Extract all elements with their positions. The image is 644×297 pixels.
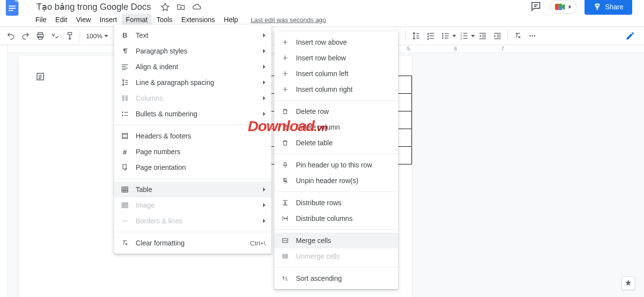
table-insert-row-above[interactable]: Insert row above [274, 34, 398, 50]
distribute-columns-icon [280, 215, 290, 222]
distribute-rows-icon [280, 199, 290, 206]
svg-rect-44 [124, 115, 128, 116]
table-sort-ascending[interactable]: Sort ascending [274, 270, 398, 286]
svg-rect-0 [9, 5, 16, 6]
svg-point-42 [122, 115, 123, 116]
svg-rect-15 [445, 35, 449, 36]
trash-icon [280, 108, 290, 115]
svg-rect-37 [122, 68, 128, 68]
svg-point-31 [529, 35, 531, 37]
menu-extensions[interactable]: Extensions [177, 14, 219, 26]
format-line-spacing[interactable]: Line & paragraph spacing [114, 75, 271, 90]
paragraph-icon [120, 47, 130, 55]
table-delete-column[interactable]: Delete column [274, 119, 398, 135]
image-icon [120, 201, 130, 209]
svg-text:3: 3 [461, 37, 462, 40]
svg-point-41 [122, 111, 123, 113]
move-icon[interactable] [176, 2, 185, 11]
svg-point-11 [442, 33, 444, 34]
header-footer-icon [120, 132, 130, 140]
format-menu: B Text Paragraph styles Align & indent L… [114, 25, 271, 254]
table-delete-table[interactable]: Delete table [274, 135, 398, 151]
cloud-icon[interactable] [192, 2, 201, 11]
menu-format[interactable]: Format [122, 14, 151, 26]
table-delete-row[interactable]: Delete row [274, 104, 398, 119]
comments-icon[interactable] [530, 0, 542, 14]
editing-mode-button[interactable] [622, 28, 638, 44]
more-button[interactable] [526, 29, 539, 43]
star-icon[interactable] [161, 2, 170, 11]
line-spacing-button[interactable] [409, 29, 423, 43]
table-merge-cells[interactable]: Merge cells [274, 233, 398, 248]
checklist-button[interactable] [424, 29, 438, 43]
svg-rect-16 [445, 38, 449, 39]
decrease-indent-button[interactable] [476, 29, 490, 43]
menu-help[interactable]: Help [220, 14, 242, 26]
format-columns: Columns [114, 90, 271, 106]
svg-rect-30 [495, 38, 501, 39]
table-distribute-columns[interactable]: Distribute columns [274, 211, 398, 226]
chevron-down-icon [104, 35, 108, 37]
table-distribute-rows[interactable]: Distribute rows [274, 195, 398, 211]
undo-button[interactable] [4, 29, 18, 43]
table-submenu: Insert row above Insert row below Insert… [274, 31, 398, 289]
plus-icon [280, 70, 290, 77]
svg-point-12 [442, 35, 444, 37]
numbered-list-button[interactable]: 123 [457, 29, 471, 43]
format-page-numbers[interactable]: # Page numbers [114, 144, 271, 160]
explore-button[interactable] [621, 276, 635, 290]
format-text[interactable]: B Text [114, 27, 271, 43]
format-table[interactable]: Table [114, 182, 271, 197]
docs-logo[interactable] [4, 0, 22, 16]
list-icon [120, 110, 130, 118]
menubar: File Edit View Insert Format Tools Exten… [0, 13, 644, 27]
table-insert-row-below[interactable]: Insert row below [274, 50, 398, 66]
orientation-icon [120, 163, 130, 171]
table-pin-header[interactable]: Pin header up to this row [274, 157, 398, 173]
menu-tools[interactable]: Tools [152, 14, 176, 26]
menu-view[interactable]: View [72, 14, 95, 26]
menu-file[interactable]: File [31, 14, 51, 26]
table-insert-col-right[interactable]: Insert column right [274, 81, 398, 97]
share-button[interactable]: Share [585, 0, 632, 15]
format-align-indent[interactable]: Align & indent [114, 59, 271, 75]
doc-title[interactable]: Tạo bảng trong Google Docs [33, 1, 154, 12]
format-headers-footers[interactable]: Headers & footers [114, 128, 271, 144]
format-paragraph-styles[interactable]: Paragraph styles [114, 43, 271, 59]
table-unpin-header[interactable]: Unpin header row(s) [274, 173, 398, 189]
outline-icon[interactable] [33, 70, 47, 83]
clear-formatting-button[interactable] [511, 29, 525, 43]
format-page-orientation[interactable]: Page orientation [114, 160, 271, 175]
spellcheck-button[interactable] [48, 29, 62, 43]
svg-rect-35 [122, 64, 128, 65]
plus-icon [280, 39, 290, 46]
svg-point-13 [442, 37, 444, 39]
increase-indent-button[interactable] [491, 29, 504, 43]
menu-edit[interactable]: Edit [52, 14, 71, 26]
svg-rect-21 [464, 35, 468, 36]
table-unmerge-cells: Unmerge cells [274, 248, 398, 264]
format-clear-formatting[interactable]: Clear formatting Ctrl+\ [114, 235, 271, 251]
chevron-down-icon[interactable] [452, 35, 456, 37]
align-icon [120, 63, 130, 71]
bulleted-list-button[interactable] [439, 29, 452, 43]
svg-rect-39 [122, 96, 124, 101]
format-bullets-numbering[interactable]: Bullets & numbering [114, 106, 271, 122]
svg-rect-4 [555, 4, 558, 10]
last-edit-link[interactable]: Last edit was seconds ago [251, 16, 326, 24]
menu-insert[interactable]: Insert [96, 14, 121, 26]
svg-rect-20 [464, 33, 468, 34]
pin-icon [280, 162, 290, 168]
zoom-select[interactable]: 100% [83, 32, 111, 40]
paint-format-button[interactable] [63, 29, 77, 43]
svg-rect-29 [497, 37, 501, 38]
bold-icon: B [120, 31, 130, 39]
table-insert-col-left[interactable]: Insert column left [274, 66, 398, 81]
plus-icon [280, 54, 290, 61]
svg-rect-40 [125, 96, 127, 101]
print-button[interactable] [33, 29, 47, 43]
plus-icon [280, 86, 290, 93]
redo-button[interactable] [19, 29, 32, 43]
meet-button[interactable] [550, 0, 577, 14]
chevron-down-icon[interactable] [471, 35, 475, 37]
